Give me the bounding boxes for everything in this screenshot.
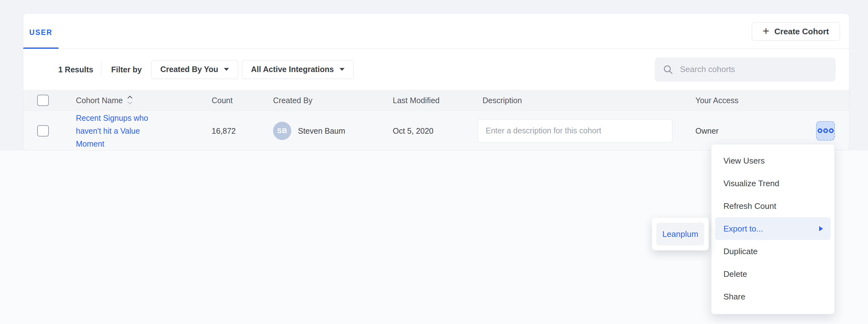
column-header-description: Description (483, 96, 522, 105)
cohort-name-header-label: Cohort Name (76, 96, 123, 105)
submenu-arrow-icon (819, 226, 823, 231)
menu-item-export-to[interactable]: Export to... (715, 217, 831, 240)
create-cohort-label: Create Cohort (774, 27, 829, 36)
search-input[interactable] (680, 65, 828, 74)
column-header-cohort-name[interactable]: Cohort Name (76, 96, 133, 105)
cohort-name-link[interactable]: Recent Signups who haven't hit a Value M… (76, 111, 150, 150)
table-header-row: Cohort Name Count Created By Last Modifi… (23, 90, 849, 110)
filter-by-label: Filter by (111, 65, 142, 74)
export-submenu: Leanplum (652, 218, 709, 250)
created-by-dropdown[interactable]: Created By You (151, 60, 238, 79)
column-header-last-modified: Last Modified (393, 96, 440, 105)
chevron-down-icon (224, 68, 229, 71)
select-all-checkbox[interactable] (37, 95, 49, 106)
integrations-dropdown-label: All Active Integrations (251, 65, 334, 74)
avatar: SB (273, 122, 291, 140)
description-input[interactable] (478, 119, 673, 143)
menu-item-share[interactable]: Share (711, 285, 834, 308)
row-actions-menu: View Users Visualize Trend Refresh Count… (711, 144, 835, 314)
tab-bar: USER + Create Cohort (23, 13, 849, 49)
results-count: 1 Results (58, 65, 93, 74)
submenu-item-leanplum[interactable]: Leanplum (656, 223, 704, 245)
menu-item-view-users[interactable]: View Users (711, 149, 834, 172)
avatar-initials: SB (277, 127, 287, 135)
column-header-count: Count (212, 96, 233, 105)
cohorts-card: USER + Create Cohort 1 Results Filter by… (23, 13, 849, 150)
created-by-dropdown-label: Created By You (160, 65, 218, 74)
row-checkbox[interactable] (37, 125, 49, 137)
more-dots-icon (817, 128, 822, 133)
filter-bar: 1 Results Filter by Created By You All A… (23, 49, 849, 90)
search-cohorts-box (655, 58, 836, 81)
column-header-created-by: Created By (273, 96, 312, 105)
divider (101, 62, 101, 77)
chevron-down-icon (340, 68, 345, 71)
column-header-your-access: Your Access (695, 96, 739, 105)
menu-item-visualize-trend[interactable]: Visualize Trend (711, 172, 834, 195)
cohort-count: 16,872 (212, 126, 236, 135)
sort-icon[interactable] (127, 96, 133, 104)
create-cohort-button[interactable]: + Create Cohort (752, 22, 840, 41)
plus-icon: + (763, 26, 769, 37)
last-modified-date: Oct 5, 2020 (393, 126, 433, 135)
menu-item-delete[interactable]: Delete (711, 263, 834, 285)
tab-user[interactable]: USER (23, 13, 59, 49)
menu-item-refresh-count[interactable]: Refresh Count (711, 195, 834, 217)
tab-user-label: USER (23, 28, 59, 37)
export-to-label: Export to... (723, 224, 763, 234)
access-level: Owner (695, 126, 719, 135)
integrations-dropdown[interactable]: All Active Integrations (242, 60, 354, 79)
created-by-name: Steven Baum (298, 126, 345, 135)
cohorts-page: USER + Create Cohort 1 Results Filter by… (0, 0, 868, 324)
more-actions-button[interactable] (816, 121, 835, 141)
menu-item-duplicate[interactable]: Duplicate (711, 240, 834, 263)
search-icon (662, 64, 674, 75)
